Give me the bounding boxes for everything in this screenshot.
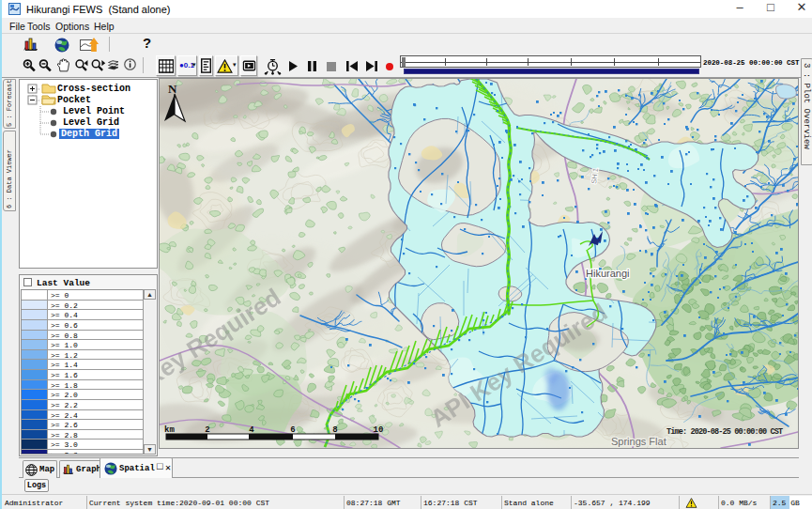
svg-text:Time: 2020-08-25 00:00:00 CST: Time: 2020-08-25 00:00:00 CST	[666, 427, 783, 437]
svg-text:Springs Flat: Springs Flat	[611, 436, 666, 447]
svg-text:N: N	[168, 82, 177, 96]
svg-text:Hikurangi: Hikurangi	[586, 268, 629, 279]
